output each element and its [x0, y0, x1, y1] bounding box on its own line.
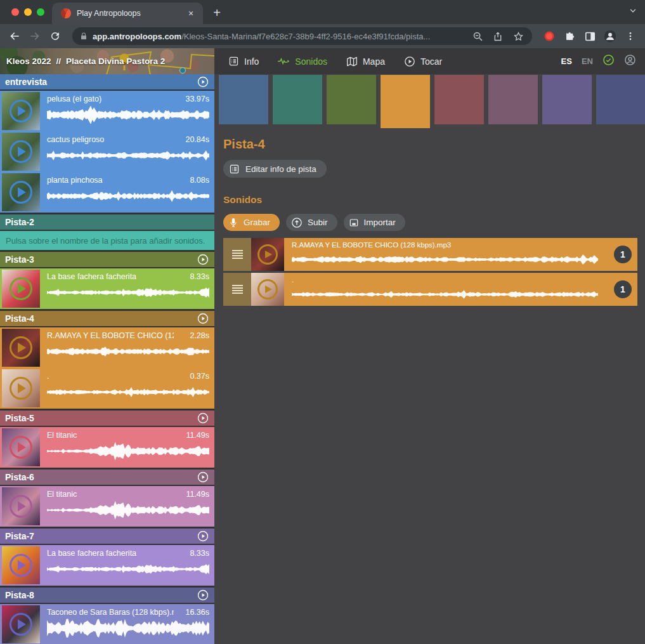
- breadcrumb-track[interactable]: Placeta Divina Pastora 2: [66, 56, 165, 66]
- track-play-icon[interactable]: [197, 76, 209, 88]
- play-overlay-icon[interactable]: [10, 181, 32, 204]
- language-en[interactable]: EN: [582, 56, 593, 66]
- drag-handle[interactable]: [223, 273, 251, 306]
- zoom-out-icon[interactable]: [470, 29, 485, 44]
- address-bar[interactable]: app.antropoloops.com/Kleos-Santa-Marina/…: [72, 27, 532, 45]
- track-header[interactable]: entrevista: [0, 74, 214, 89]
- window-zoom-button[interactable]: [37, 8, 44, 16]
- track-name: Pista-7: [5, 531, 197, 541]
- sound-item[interactable]: Taconeo de Sara Baras (128 kbps).mp316.3…: [0, 604, 214, 644]
- play-overlay-icon[interactable]: [10, 436, 32, 459]
- sound-item[interactable]: cactus peligroso20.84s: [0, 131, 214, 172]
- play-overlay-icon[interactable]: [10, 100, 32, 122]
- import-button[interactable]: Importar: [344, 214, 405, 231]
- track-header[interactable]: Pista-5: [0, 411, 214, 426]
- sound-thumbnail[interactable]: [2, 92, 40, 130]
- play-triangle-icon: [265, 286, 272, 293]
- share-icon[interactable]: [490, 29, 505, 44]
- nav-item-tocar[interactable]: Tocar: [404, 56, 442, 67]
- tab-search-chevron-icon[interactable]: [629, 6, 637, 18]
- sound-item[interactable]: La base fachera facherita8.33s: [0, 268, 214, 309]
- track-header[interactable]: Pista-4: [0, 311, 214, 326]
- sound-item[interactable]: pelusa (el gato)33.97s: [0, 91, 214, 131]
- browser-tab[interactable]: Play Antropoloops ×: [52, 3, 203, 24]
- track-tile-pista-8[interactable]: [596, 75, 645, 124]
- back-icon[interactable]: [5, 27, 24, 46]
- sound-thumbnail[interactable]: [2, 329, 40, 367]
- track-sound-row[interactable]: .1: [223, 273, 637, 306]
- sound-thumbnail[interactable]: [251, 238, 284, 271]
- breadcrumb-project[interactable]: Kleos 2022: [6, 56, 51, 66]
- sync-check-icon[interactable]: [603, 54, 615, 69]
- play-overlay-icon[interactable]: [10, 554, 32, 577]
- edit-track-info-button[interactable]: Editar info de pista: [223, 160, 327, 178]
- track-play-icon[interactable]: [197, 530, 209, 542]
- play-overlay-icon[interactable]: [10, 613, 32, 636]
- track-tile-pista-6[interactable]: [488, 75, 538, 124]
- sound-item[interactable]: La base fachera facherita8.33s: [0, 545, 214, 586]
- window-minimize-button[interactable]: [24, 8, 32, 16]
- project-map-thumbnail[interactable]: Kleos 2022 // Placeta Divina Pastora 2: [0, 48, 214, 74]
- sound-thumbnail[interactable]: [2, 173, 40, 211]
- window-close-button[interactable]: [11, 8, 19, 16]
- language-es[interactable]: ES: [561, 56, 572, 66]
- sound-item[interactable]: El titanic11.49s: [0, 486, 214, 527]
- play-overlay-icon[interactable]: [10, 495, 32, 518]
- play-overlay-icon[interactable]: [10, 377, 32, 400]
- sound-thumbnail[interactable]: [2, 133, 40, 171]
- play-overlay-icon[interactable]: [10, 336, 32, 359]
- track-header[interactable]: Pista-3: [0, 252, 214, 267]
- sound-title: cactus peligroso: [47, 135, 174, 144]
- sound-thumbnail[interactable]: [2, 270, 40, 308]
- sound-item[interactable]: El titanic11.49s: [0, 427, 214, 468]
- track-header[interactable]: Pista-6: [0, 470, 214, 485]
- sound-item[interactable]: R.AMAYA Y EL BOBOTE CHICO (128 kbps)....…: [0, 327, 214, 368]
- track-play-icon[interactable]: [197, 253, 209, 266]
- play-overlay-icon[interactable]: [257, 244, 278, 265]
- nav-item-info[interactable]: Info: [228, 56, 259, 67]
- drag-handle[interactable]: [223, 238, 251, 271]
- track-tile-pista-4[interactable]: [381, 75, 430, 128]
- sound-item[interactable]: .0.37s: [0, 368, 214, 409]
- account-icon[interactable]: [624, 54, 636, 69]
- sound-thumbnail[interactable]: [2, 605, 40, 643]
- side-panel-icon[interactable]: [580, 27, 599, 46]
- track-tile-pista-2[interactable]: [273, 75, 322, 124]
- nav-item-mapa[interactable]: Mapa: [346, 56, 385, 67]
- track-tile-pista-5[interactable]: [434, 75, 484, 124]
- forward-icon[interactable]: [25, 27, 44, 46]
- tab-close-icon[interactable]: ×: [185, 8, 197, 19]
- play-overlay-icon[interactable]: [257, 279, 278, 299]
- sound-item[interactable]: planta pinchosa8.08s: [0, 172, 214, 213]
- track-header[interactable]: Pista-8: [0, 588, 214, 603]
- track-play-icon[interactable]: [197, 312, 209, 325]
- loop-count-badge: 1: [614, 280, 632, 298]
- track-sound-row[interactable]: R.AMAYA Y EL BOBOTE CHICO (128 kbps).mp3…: [223, 238, 637, 271]
- track-tile-pista-7[interactable]: [542, 75, 592, 124]
- track-header[interactable]: Pista-7: [0, 529, 214, 544]
- new-tab-button[interactable]: +: [208, 4, 226, 22]
- profile-avatar-icon[interactable]: [601, 27, 620, 46]
- sound-thumbnail[interactable]: [2, 428, 40, 466]
- track-play-icon[interactable]: [197, 471, 209, 483]
- record-extension-icon[interactable]: [540, 27, 559, 46]
- track-tile-pista-3[interactable]: [327, 75, 376, 124]
- track-play-icon[interactable]: [197, 412, 209, 424]
- track-tile-entrevista[interactable]: [219, 75, 268, 124]
- extensions-puzzle-icon[interactable]: [560, 27, 579, 46]
- tracks-sidebar: entrevistapelusa (el gato)33.97scactus p…: [0, 74, 214, 644]
- play-overlay-icon[interactable]: [10, 140, 32, 163]
- upload-button[interactable]: Subir: [286, 214, 337, 231]
- nav-item-sonidos[interactable]: Sonidos: [278, 56, 327, 67]
- sound-thumbnail[interactable]: [251, 273, 284, 306]
- browser-menu-kebab-icon[interactable]: [621, 27, 640, 46]
- sound-thumbnail[interactable]: [2, 369, 40, 407]
- play-overlay-icon[interactable]: [10, 277, 32, 300]
- sound-thumbnail[interactable]: [2, 546, 40, 584]
- track-play-icon[interactable]: [197, 589, 209, 601]
- record-button[interactable]: Grabar: [223, 214, 280, 231]
- bookmark-star-icon[interactable]: [511, 29, 526, 44]
- reload-icon[interactable]: [46, 27, 65, 46]
- sound-thumbnail[interactable]: [2, 487, 40, 525]
- track-header[interactable]: Pista-2: [0, 214, 214, 230]
